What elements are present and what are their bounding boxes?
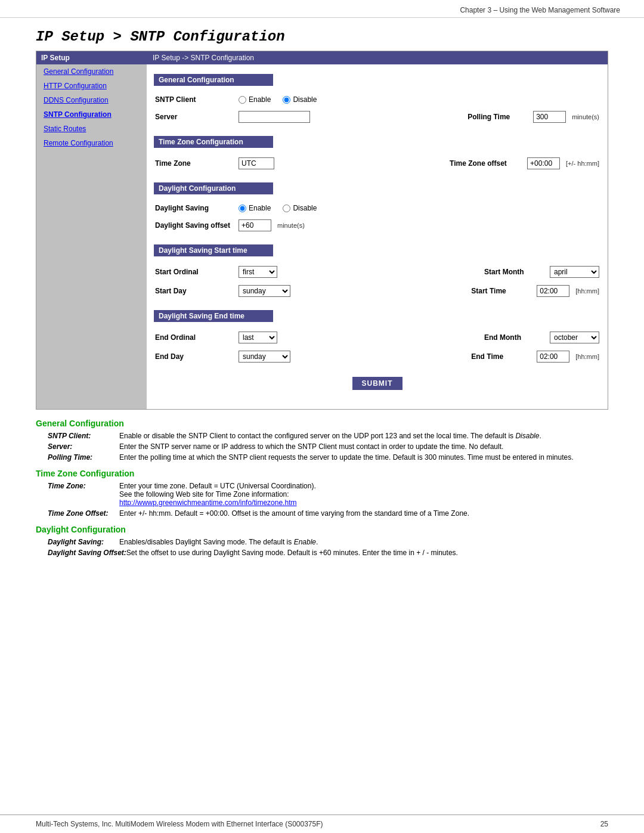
start-day-time-row: Start Day sundaymondaytuesday wednesdayt… bbox=[150, 281, 604, 301]
sidebar-item-static-routes[interactable]: Static Routes bbox=[36, 122, 147, 136]
desc-general-section: General Configuration SNTP Client: Enabl… bbox=[36, 419, 608, 462]
daylight-offset-label: Daylight Saving offset bbox=[155, 221, 233, 230]
start-time-label: Start Time bbox=[471, 287, 531, 295]
desc-tz-term: Time Zone: bbox=[48, 482, 119, 507]
desc-daylight-saving-term: Daylight Saving: bbox=[48, 538, 119, 546]
start-day-label: Start Day bbox=[155, 287, 233, 295]
desc-server-def: Enter the SNTP server name or IP address… bbox=[119, 442, 608, 451]
sidebar: IP Setup General Configuration HTTP Conf… bbox=[36, 51, 147, 409]
desc-timezone-section: Time Zone Configuration Time Zone: Enter… bbox=[36, 469, 608, 518]
sidebar-header: IP Setup bbox=[36, 51, 147, 64]
start-time-input[interactable] bbox=[537, 285, 569, 297]
start-time-hint: [hh:mm] bbox=[575, 287, 599, 295]
chapter-title: Chapter 3 – Using the Web Management Sof… bbox=[460, 6, 620, 14]
desc-daylight-saving-row: Daylight Saving: Enables/disables Daylig… bbox=[36, 538, 608, 546]
daylight-saving-row: Daylight Saving Enable Disable bbox=[150, 200, 604, 216]
daylight-section: Daylight Configuration Daylight Saving E… bbox=[150, 178, 604, 235]
sidebar-item-ddns-config[interactable]: DDNS Configuration bbox=[36, 93, 147, 107]
submit-row: SUBMIT bbox=[147, 371, 608, 396]
end-ordinal-select[interactable]: firstsecondthirdfourth last bbox=[239, 332, 277, 343]
timezone-input[interactable] bbox=[239, 157, 274, 169]
start-day-select[interactable]: sundaymondaytuesday wednesdaythursdayfri… bbox=[239, 285, 290, 297]
desc-server-term: Server: bbox=[48, 442, 119, 451]
sntp-client-row: SNTP Client Enable Disable bbox=[150, 92, 604, 107]
end-day-label: End Day bbox=[155, 352, 233, 361]
main-panel: IP Setup -> SNTP Configuration General C… bbox=[147, 51, 608, 409]
server-input[interactable] bbox=[239, 111, 310, 123]
page-title: IP Setup > SNTP Configuration bbox=[0, 18, 644, 51]
daylight-disable-radio[interactable] bbox=[283, 205, 290, 212]
desc-daylight-offset-row: Daylight Saving Offset: Set the offset t… bbox=[36, 549, 608, 557]
desc-tz-offset-def: Enter +/- hh:mm. Default = +00:00. Offse… bbox=[119, 509, 608, 518]
daylight-enable-option[interactable]: Enable bbox=[239, 204, 271, 212]
desc-polling-row: Polling Time: Enter the polling time at … bbox=[36, 453, 608, 462]
footer-right: 25 bbox=[600, 820, 608, 828]
tz-offset-hint: [+/- hh:mm] bbox=[566, 160, 599, 167]
desc-daylight-offset-term: Daylight Saving Offset: bbox=[48, 549, 126, 557]
daylight-offset-row: Daylight Saving offset minute(s) bbox=[150, 216, 604, 235]
start-ordinal-label: Start Ordinal bbox=[155, 268, 233, 276]
end-time-header: Daylight Saving End time bbox=[154, 310, 273, 322]
desc-daylight-section: Daylight Configuration Daylight Saving: … bbox=[36, 525, 608, 557]
sntp-disable-label: Disable bbox=[293, 95, 317, 104]
desc-daylight-saving-def: Enables/disables Daylight Saving mode. T… bbox=[119, 538, 608, 546]
end-time-hint: [hh:mm] bbox=[575, 353, 599, 360]
general-config-section: General Configuration SNTP Client Enable… bbox=[150, 69, 604, 126]
polling-time-label: Polling Time bbox=[467, 113, 527, 121]
start-month-label: Start Month bbox=[484, 268, 544, 276]
sntp-enable-radio[interactable] bbox=[239, 96, 246, 104]
desc-tz-row: Time Zone: Enter your time zone. Default… bbox=[36, 482, 608, 507]
end-day-time-row: End Day sundaymondaytuesday wednesdaythu… bbox=[150, 347, 604, 366]
daylight-saving-radio-group: Enable Disable bbox=[239, 204, 317, 212]
submit-button[interactable]: SUBMIT bbox=[352, 377, 402, 390]
desc-server-row: Server: Enter the SNTP server name or IP… bbox=[36, 442, 608, 451]
sntp-client-radio-group: Enable Disable bbox=[239, 95, 317, 104]
desc-sntp-client-term: SNTP Client: bbox=[48, 432, 119, 440]
sntp-disable-option[interactable]: Disable bbox=[283, 95, 317, 104]
daylight-enable-label: Enable bbox=[249, 204, 271, 212]
timezone-link[interactable]: http://wwwp.greenwichmeantime.com/info/t… bbox=[119, 498, 296, 507]
start-ordinal-select[interactable]: first second third fourth last bbox=[239, 266, 277, 278]
end-time-label: End Time bbox=[471, 352, 531, 361]
end-ordinal-month-row: End Ordinal firstsecondthirdfourth last … bbox=[150, 328, 604, 347]
start-time-section: Daylight Saving Start time Start Ordinal… bbox=[150, 240, 604, 301]
polling-time-unit: minute(s) bbox=[572, 113, 599, 120]
end-month-select[interactable]: januaryfebruarymarch aprilmayjune julyau… bbox=[550, 332, 599, 343]
start-ordinal-month-row: Start Ordinal first second third fourth … bbox=[150, 262, 604, 281]
timezone-row: Time Zone Time Zone offset [+/- hh:mm] bbox=[150, 154, 604, 173]
polling-time-input[interactable] bbox=[533, 111, 566, 123]
sntp-disable-radio[interactable] bbox=[283, 96, 290, 104]
content-area: IP Setup General Configuration HTTP Conf… bbox=[36, 51, 608, 410]
sidebar-item-http-config[interactable]: HTTP Configuration bbox=[36, 79, 147, 93]
page-footer: Multi-Tech Systems, Inc. MultiModem Wire… bbox=[0, 815, 644, 833]
daylight-disable-option[interactable]: Disable bbox=[283, 204, 317, 212]
end-day-select[interactable]: sundaymondaytuesday wednesdaythursdayfri… bbox=[239, 351, 290, 363]
sntp-enable-option[interactable]: Enable bbox=[239, 95, 271, 104]
timezone-header: Time Zone Configuration bbox=[154, 136, 273, 148]
desc-polling-def: Enter the polling time at which the SNTP… bbox=[119, 453, 608, 462]
end-month-label: End Month bbox=[484, 333, 544, 342]
desc-general-title: General Configuration bbox=[36, 419, 608, 428]
end-time-input[interactable] bbox=[537, 351, 569, 363]
daylight-disable-label: Disable bbox=[293, 204, 317, 212]
panel-breadcrumb: IP Setup -> SNTP Configuration bbox=[147, 51, 608, 64]
desc-sntp-client-row: SNTP Client: Enable or disable the SNTP … bbox=[36, 432, 608, 440]
footer-left: Multi-Tech Systems, Inc. MultiModem Wire… bbox=[36, 820, 323, 828]
desc-timezone-title: Time Zone Configuration bbox=[36, 469, 608, 478]
start-time-header: Daylight Saving Start time bbox=[154, 244, 273, 256]
tz-offset-input[interactable] bbox=[527, 157, 560, 169]
sidebar-item-sntp-config[interactable]: SNTP Configuration bbox=[36, 107, 147, 122]
tz-offset-label: Time Zone offset bbox=[450, 159, 521, 168]
desc-tz-def: Enter your time zone. Default = UTC (Uni… bbox=[119, 482, 608, 507]
server-row: Server Polling Time minute(s) bbox=[150, 107, 604, 126]
daylight-offset-unit: minute(s) bbox=[277, 222, 305, 229]
sidebar-item-general-config[interactable]: General Configuration bbox=[36, 64, 147, 79]
daylight-offset-input[interactable] bbox=[239, 219, 271, 231]
timezone-section: Time Zone Configuration Time Zone Time Z… bbox=[150, 131, 604, 173]
desc-polling-term: Polling Time: bbox=[48, 453, 119, 462]
daylight-enable-radio[interactable] bbox=[239, 205, 246, 212]
sidebar-item-remote-config[interactable]: Remote Configuration bbox=[36, 136, 147, 150]
start-month-select[interactable]: januaryfebruarymarch aprilmayjune julyau… bbox=[550, 266, 599, 278]
description-area: General Configuration SNTP Client: Enabl… bbox=[36, 419, 608, 557]
desc-tz-offset-term: Time Zone Offset: bbox=[48, 509, 119, 518]
